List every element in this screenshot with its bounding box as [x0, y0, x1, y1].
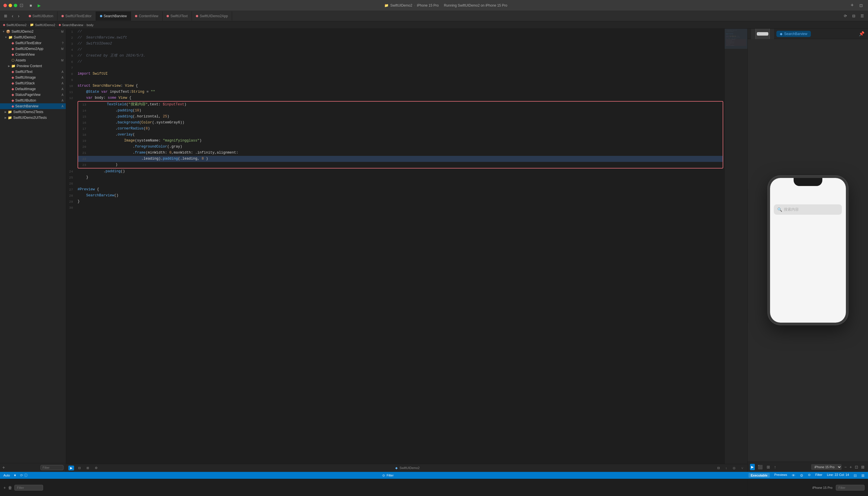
stop-button[interactable]: ■: [28, 2, 34, 9]
zoom-fit-button[interactable]: ⊡: [854, 464, 859, 470]
folder-icon: 📁: [8, 35, 13, 39]
sidebar-item-root[interactable]: ▼ 📦 SwiftUIDemo2 M: [0, 29, 66, 34]
grid-view-button[interactable]: ⊞: [2, 13, 9, 19]
sidebar-item-contentview[interactable]: ◆ ContentView: [0, 52, 66, 58]
tab-dot: [61, 15, 64, 17]
swift-icon: ◆: [12, 98, 14, 103]
close-button[interactable]: [3, 4, 7, 7]
executable-btn[interactable]: Executable: [748, 473, 770, 478]
device-selector[interactable]: iPhone 15 Pro iPhone 15 iPhone 14 Pro: [811, 464, 841, 470]
breadcrumb-icon: ◆: [3, 23, 5, 27]
sidebar-item-swiftuiimage[interactable]: ◆ SwiftUIImage A: [0, 75, 66, 80]
preview-share-button[interactable]: ↑: [773, 464, 777, 470]
sidebar-item-swiftuitexteditor[interactable]: ◆ SwiftUITextEditor ?: [0, 40, 66, 46]
layout-split-button[interactable]: ⊟: [851, 13, 857, 19]
breadcrumb-part-3[interactable]: SearchBarview: [62, 23, 83, 27]
auto-refresh-button[interactable]: ⟳ ⓘ: [20, 473, 28, 478]
code-line: 29 }: [66, 199, 725, 205]
sidebar-filter-input[interactable]: [41, 465, 63, 470]
line-col-label: Line: 22 Col: 14: [827, 473, 849, 478]
code-line: 28 SearchBarview(): [66, 192, 725, 199]
code-line: 5 // Created by 王维 on 2024/5/3.: [66, 53, 725, 59]
tab-swiftuitexteditor[interactable]: SwiftUITextEditor: [58, 12, 96, 21]
inspector-button[interactable]: ☰: [859, 13, 866, 19]
iphone-device-label: iPhone 15 Pro: [812, 486, 832, 490]
zoom-out-button[interactable]: −: [843, 464, 848, 470]
grid-button[interactable]: ⊞: [85, 466, 91, 470]
preview-filter-input[interactable]: [836, 485, 865, 491]
sidebar-item-swiftuidemo2app[interactable]: ◆ SwiftUIDemo2App M: [0, 46, 66, 52]
swift-icon: ◆: [12, 76, 14, 79]
iphone-notch: [794, 178, 822, 186]
sidebar-item-assets[interactable]: ⬡ Assets M: [0, 58, 66, 63]
code-line: 2 // SearchBarview.swift: [66, 35, 725, 41]
zoom-in-button[interactable]: +: [849, 464, 853, 470]
sidebar-item-tests[interactable]: ▶ 📁 SwiftUIDemo2Tests: [0, 109, 66, 115]
back-button[interactable]: ‹: [10, 12, 15, 20]
status-right: Executable Previews 👁 ⚙ ⊙ Filter Line: 2…: [748, 473, 865, 478]
bottom-filter-input[interactable]: [14, 485, 43, 491]
sidebar-item-preview-content[interactable]: ▶ 📁 Preview Content: [0, 63, 66, 69]
refresh-icon[interactable]: ⟳: [842, 13, 849, 19]
inspector-toggle[interactable]: ⊟: [854, 473, 857, 478]
pin-button[interactable]: 📌: [859, 31, 865, 36]
tab-searchbarview[interactable]: SearchBarview: [96, 12, 131, 21]
bottom-add-button[interactable]: +: [3, 485, 6, 490]
run-button[interactable]: ▶: [36, 2, 43, 9]
swift-icon: ◆: [12, 87, 14, 91]
add-target-button[interactable]: +: [849, 1, 855, 10]
tab-label: SwiftUIButton: [32, 14, 54, 18]
locate-button[interactable]: ◎: [731, 466, 737, 470]
bookmark-button[interactable]: ⊟: [715, 466, 721, 470]
tab-contentview[interactable]: ContentView: [131, 12, 163, 21]
tab-swiftuibutton[interactable]: SwiftUIButton: [25, 12, 58, 21]
sidebar-item-searchbarview[interactable]: ◆ SearchBarview A: [0, 103, 66, 109]
sidebar-item-statuspageview[interactable]: ◆ StatusPageView A: [0, 92, 66, 97]
sidebar-item-swiftuitext[interactable]: ◆ SwiftUIText A: [0, 69, 66, 75]
sidebar-toggle[interactable]: ⊡: [19, 3, 23, 8]
tab-swiftuitext[interactable]: SwiftUIText: [163, 12, 192, 21]
code-line: 25 }: [66, 174, 725, 181]
tab-swiftuidemo2app[interactable]: SwiftUIDemo2App: [192, 12, 232, 21]
settings-icon[interactable]: ⚙: [800, 473, 803, 478]
breadcrumb-part-4[interactable]: body: [87, 23, 94, 27]
tab-label: SwiftUITextEditor: [65, 14, 91, 18]
sidebar-item-defaultimage[interactable]: ◆ DefaultImage A: [0, 86, 66, 92]
settings-button[interactable]: ⚙: [93, 466, 100, 470]
code-line: 3 // SwiftUIDemo2: [66, 41, 725, 47]
code-line: 24 .padding(): [66, 169, 725, 174]
sidebar-item-uitests[interactable]: ▶ 📁 SwiftUIDemo2UITests: [0, 115, 66, 121]
searchbarview-preview-button[interactable]: ◆ SearchBarview: [776, 31, 811, 37]
code-line: 6 //: [66, 59, 725, 65]
code-editor[interactable]: 1 // 2 // SearchBarview.swift 3 // Swift…: [66, 29, 725, 464]
share-button[interactable]: ↑: [724, 466, 729, 470]
zoom-actual-button[interactable]: ⊠: [860, 464, 866, 470]
forward-button[interactable]: ›: [16, 12, 21, 20]
breadcrumb-part-1[interactable]: SwiftUIDemo2: [6, 23, 27, 27]
breadcrumb-sep: ›: [56, 23, 58, 27]
play-button[interactable]: ▶: [68, 466, 74, 470]
sidebar-item-label: StatusPageView: [15, 93, 41, 97]
code-line: 9: [66, 77, 725, 83]
eye-button[interactable]: 👁: [792, 473, 795, 478]
bottom-panel: + 🗑 iPhone 15 Pro: [0, 479, 868, 496]
preview-grid-button[interactable]: ⊞: [765, 464, 771, 470]
minimize-button[interactable]: [9, 4, 12, 7]
fork-button[interactable]: ⑂: [740, 466, 745, 470]
maximize-button[interactable]: [14, 4, 17, 7]
debug-button[interactable]: ⊟: [76, 466, 82, 470]
split-toggle[interactable]: ⊠: [862, 473, 865, 478]
sidebar-item-swiftuistack[interactable]: ◆ SwiftUIStack A: [0, 80, 66, 86]
device-name-title: iPhone 15 Pro: [417, 3, 439, 7]
bottom-trash-button[interactable]: 🗑: [8, 485, 12, 490]
add-file-button[interactable]: +: [2, 465, 5, 470]
sidebar-item-label: SwiftUIDemo2: [12, 30, 34, 34]
sidebar-item-swiftuibutton[interactable]: ◆ SwiftUIButton A: [0, 97, 66, 103]
swift-icon: ◆: [12, 81, 14, 85]
sidebar-item-swiftuidemo2[interactable]: ▼ 📁 SwiftUIDemo2: [0, 34, 66, 40]
preview-record-button[interactable]: ⬛: [757, 464, 764, 470]
breadcrumb-part-2[interactable]: SwiftUIDemo2: [35, 23, 55, 27]
previews-btn[interactable]: Previews: [774, 473, 787, 478]
preview-play-button[interactable]: ▶: [750, 464, 755, 470]
window-layout-button[interactable]: ⊡: [858, 2, 865, 9]
